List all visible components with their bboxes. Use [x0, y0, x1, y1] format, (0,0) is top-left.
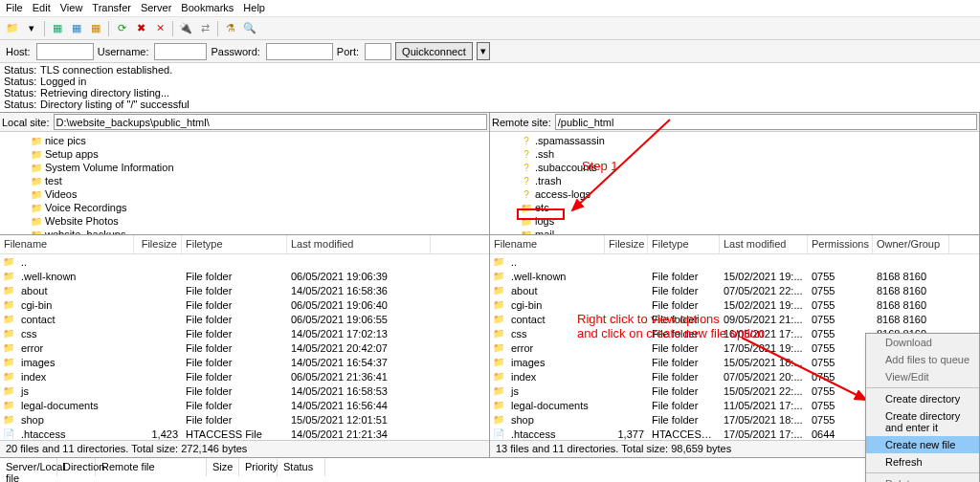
- file-row[interactable]: 📁aboutFile folder14/05/2021 16:58:36: [0, 283, 489, 297]
- toggle-tree-icon[interactable]: ▦: [68, 20, 85, 37]
- q-remote[interactable]: Remote file: [96, 458, 207, 476]
- ctx-refresh[interactable]: Refresh: [866, 453, 979, 471]
- file-row[interactable]: 📁errorFile folder14/05/2021 20:42:07: [0, 340, 489, 355]
- file-icon: 📄: [492, 427, 505, 441]
- sitemanager-icon[interactable]: 📁: [4, 20, 21, 37]
- file-row[interactable]: 📁cgi-binFile folder06/05/2021 19:06:40: [0, 297, 489, 312]
- host-input[interactable]: [36, 43, 94, 60]
- q-server[interactable]: Server/Local file: [0, 458, 57, 476]
- ctx-add-queue[interactable]: Add files to queue: [866, 351, 979, 368]
- reconnect-icon[interactable]: 🔌: [177, 20, 194, 37]
- refresh-icon[interactable]: ⟳: [113, 20, 130, 37]
- file-row[interactable]: 📁.well-knownFile folder15/02/2021 19:...…: [490, 269, 979, 283]
- dropdown-icon[interactable]: ▾: [23, 20, 40, 37]
- file-row[interactable]: 📁..: [0, 254, 489, 269]
- folder-icon: 📁: [492, 270, 505, 283]
- tree-item[interactable]: ?.spamassassin: [490, 134, 979, 147]
- message-log[interactable]: Status:TLS connection established.Status…: [0, 63, 980, 113]
- col-filetype[interactable]: Filetype: [648, 235, 720, 253]
- menu-view[interactable]: View: [60, 2, 83, 14]
- tree-item[interactable]: 📁Website Photos: [0, 214, 489, 228]
- col-owner[interactable]: Owner/Group: [873, 235, 949, 253]
- col-permissions[interactable]: Permissions: [808, 235, 873, 253]
- port-input[interactable]: [365, 43, 391, 60]
- col-filetype[interactable]: Filetype: [182, 235, 287, 253]
- tree-item[interactable]: 📁logs: [490, 214, 979, 228]
- col-filesize[interactable]: Filesize: [605, 235, 648, 253]
- toggle-queue-icon[interactable]: ▦: [87, 20, 104, 37]
- tree-item[interactable]: 📁nice pics: [0, 134, 489, 147]
- tree-item[interactable]: 📁etc: [490, 201, 979, 214]
- ctx-delete[interactable]: Delete: [866, 475, 979, 482]
- compare-icon[interactable]: ⇄: [196, 20, 213, 37]
- file-row[interactable]: 📁.well-knownFile folder06/05/2021 19:06:…: [0, 269, 489, 283]
- local-site-input[interactable]: [54, 114, 487, 130]
- folder-icon: ?: [521, 135, 532, 146]
- col-filename[interactable]: Filename: [0, 235, 134, 253]
- file-row[interactable]: 📁legal-documentsFile folder14/05/2021 16…: [0, 398, 489, 412]
- menu-file[interactable]: File: [6, 2, 23, 14]
- tree-item[interactable]: 📁website_backups: [0, 228, 489, 235]
- tree-item[interactable]: 📁test: [0, 174, 489, 187]
- tree-item[interactable]: ?.ssh: [490, 147, 979, 161]
- tree-item[interactable]: ?.subaccounts: [490, 161, 979, 174]
- folder-icon: 📁: [521, 215, 532, 227]
- file-row[interactable]: 📄.htaccess1,423HTACCESS File14/05/2021 2…: [0, 427, 489, 440]
- pass-input[interactable]: [266, 43, 333, 60]
- col-modified[interactable]: Last modified: [720, 235, 808, 253]
- disconnect-icon[interactable]: ⨯: [151, 20, 168, 37]
- context-menu: Download Add files to queue View/Edit Cr…: [865, 333, 980, 482]
- file-row[interactable]: 📁shopFile folder15/05/2021 12:01:51: [0, 412, 489, 427]
- ctx-create-dir[interactable]: Create directory: [866, 390, 979, 407]
- ctx-create-file[interactable]: Create new file: [866, 436, 979, 453]
- file-row[interactable]: 📁jsFile folder14/05/2021 16:58:53: [0, 383, 489, 398]
- menu-bookmarks[interactable]: Bookmarks: [181, 2, 234, 14]
- tree-item[interactable]: 📁Videos: [0, 187, 489, 201]
- file-row[interactable]: 📁cssFile folder14/05/2021 17:02:13: [0, 326, 489, 340]
- file-row[interactable]: 📁contactFile folder09/05/2021 21:...0755…: [490, 312, 979, 326]
- remote-site-input[interactable]: [555, 114, 977, 130]
- quickconnect-button[interactable]: Quickconnect: [395, 42, 473, 60]
- ctx-view-edit[interactable]: View/Edit: [866, 368, 979, 385]
- file-row[interactable]: 📁contactFile folder06/05/2021 19:06:55: [0, 312, 489, 326]
- q-size[interactable]: Size: [207, 458, 239, 476]
- remote-tree[interactable]: ?.spamassassin?.ssh?.subaccounts?.trash?…: [490, 132, 979, 235]
- col-filesize[interactable]: Filesize: [134, 235, 182, 253]
- col-filename[interactable]: Filename: [490, 235, 605, 253]
- quickconnect-dropdown[interactable]: ▾: [477, 42, 490, 60]
- folder-icon: 📁: [492, 298, 505, 312]
- ctx-create-dir-enter[interactable]: Create directory and enter it: [866, 407, 979, 436]
- q-direction[interactable]: Direction: [57, 458, 96, 476]
- tree-item[interactable]: ?access-logs: [490, 187, 979, 201]
- folder-icon: 📁: [492, 327, 505, 340]
- user-input[interactable]: [154, 43, 207, 60]
- file-row[interactable]: 📁aboutFile folder07/05/2021 22:...075581…: [490, 283, 979, 297]
- file-row[interactable]: 📁indexFile folder06/05/2021 21:36:41: [0, 369, 489, 383]
- folder-icon: 📁: [31, 148, 42, 160]
- file-row[interactable]: 📁cgi-binFile folder15/02/2021 19:...0755…: [490, 297, 979, 312]
- file-row[interactable]: 📁imagesFile folder14/05/2021 16:54:37: [0, 355, 489, 369]
- tree-item[interactable]: 📁Voice Recordings: [0, 201, 489, 214]
- q-priority[interactable]: Priority: [239, 458, 278, 476]
- folder-icon: 📁: [492, 284, 505, 297]
- menu-edit[interactable]: Edit: [33, 2, 51, 14]
- menu-help[interactable]: Help: [243, 2, 265, 14]
- col-modified[interactable]: Last modified: [287, 235, 431, 253]
- local-file-list[interactable]: Filename Filesize Filetype Last modified…: [0, 235, 489, 440]
- file-row[interactable]: 📁..: [490, 254, 979, 269]
- filter-icon[interactable]: ⚗: [222, 20, 239, 37]
- quickconnect-bar: Host: Username: Password: Port: Quickcon…: [0, 40, 980, 63]
- q-status[interactable]: Status: [278, 458, 325, 476]
- ctx-download[interactable]: Download: [866, 334, 979, 351]
- stop-icon[interactable]: ✖: [132, 20, 149, 37]
- toggle-log-icon[interactable]: ▦: [49, 20, 66, 37]
- tree-item[interactable]: 📁Setup apps: [0, 147, 489, 161]
- tree-item[interactable]: 📁mail: [490, 228, 979, 235]
- menu-server[interactable]: Server: [141, 2, 171, 14]
- search-icon[interactable]: 🔍: [241, 20, 258, 37]
- tree-item[interactable]: ?.trash: [490, 174, 979, 187]
- menu-transfer[interactable]: Transfer: [92, 2, 131, 14]
- folder-icon: 📁: [492, 399, 505, 412]
- local-tree[interactable]: 📁nice pics📁Setup apps📁System Volume Info…: [0, 132, 489, 235]
- tree-item[interactable]: 📁System Volume Information: [0, 161, 489, 174]
